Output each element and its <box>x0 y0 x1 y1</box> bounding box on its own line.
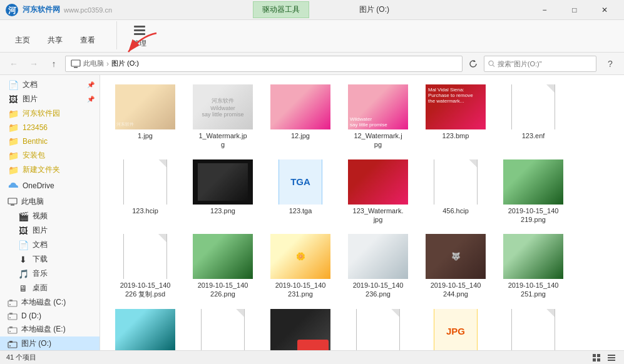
svg-point-18 <box>9 317 11 318</box>
search-box[interactable] <box>484 56 596 72</box>
sidebar-label-install: 安装包 <box>23 150 45 161</box>
file-item-20191015-226psd[interactable]: 2019-10-15_140226 复制.psd <box>108 230 183 302</box>
sidebar-item-pic[interactable]: 🖼 图片 <box>0 223 100 238</box>
thumb-123wm <box>348 159 408 205</box>
file-item-123enf[interactable]: 123.enf <box>496 80 571 153</box>
file-item-generic2[interactable] <box>496 305 571 350</box>
maximize-button[interactable]: □ <box>560 0 589 20</box>
sidebar-item-drive-o[interactable]: 图片 (O:) <box>0 336 100 350</box>
file-item-12jpg[interactable]: 12.jpg <box>263 80 338 153</box>
svg-point-24 <box>9 345 11 346</box>
sidebar-item-music[interactable]: 🎵 音乐 <box>0 266 100 281</box>
sidebar-item-benthic[interactable]: 📁 Benthic <box>0 134 100 148</box>
file-name-12jpg: 12.jpg <box>291 131 310 140</box>
file-name-123wm: 123_Watermark.jpg <box>353 206 404 225</box>
file-item-1jpg[interactable]: 河东软件 1.jpg <box>108 80 183 153</box>
refresh-button[interactable] <box>465 56 481 72</box>
tab-view[interactable]: 查看 <box>71 33 104 48</box>
folder-install-icon: 📁 <box>8 151 19 161</box>
sidebar-item-123456[interactable]: 📁 123456 <box>0 121 100 134</box>
title-bar: 河 河东软件网 www.pc0359.cn 驱动器工具 图片 (O:) − □ … <box>0 0 624 20</box>
breadcrumb-computer[interactable]: 此电脑 <box>83 59 104 68</box>
file-item-123wm[interactable]: 123_Watermark.jpg <box>340 155 416 228</box>
file-item-20191015-251[interactable]: 2019-10-15_140251.png <box>496 230 571 302</box>
thumb-123hcip <box>115 159 175 205</box>
file-item-20191015-255[interactable]: 2019-10-15_140255.png <box>108 305 183 350</box>
file-item-generic1[interactable] <box>340 305 416 350</box>
manage-button[interactable]: 管理 <box>127 21 152 49</box>
file-name-123enf: 123.enf <box>522 131 545 140</box>
file-grid: 河东软件 1.jpg 河东软件Wildwatersay little promi… <box>108 80 616 350</box>
minimize-button[interactable]: − <box>530 0 559 20</box>
file-item-456hcip[interactable]: 456.hcip <box>418 155 493 228</box>
sidebar-item-install[interactable]: 📁 安装包 <box>0 148 100 163</box>
help-button[interactable]: ? <box>601 56 619 72</box>
file-item-20191015-301png[interactable]: 2019-10-15_140301.png <box>263 305 338 350</box>
svg-rect-22 <box>8 342 17 348</box>
breadcrumb-current[interactable]: 图片 (O:) <box>111 59 139 68</box>
desktop-icon: 🖥 <box>18 283 29 293</box>
file-item-20191015-236[interactable]: 2019-10-15_140236.png <box>340 230 416 302</box>
sidebar: 📄 文档 📌 🖼 图片 📌 📁 河东软件园 📁 123456 📁 Benthic… <box>0 75 100 350</box>
sidebar-label-hedong: 河东软件园 <box>23 108 60 119</box>
file-item-12wm[interactable]: Wildwatersay little promise 12_Watermark… <box>340 80 416 153</box>
file-item-123hcip[interactable]: 123.hcip <box>108 155 183 228</box>
sidebar-item-video[interactable]: 🎬 视频 <box>0 209 100 223</box>
tab-home[interactable]: 主页 <box>6 33 39 48</box>
address-toolbar: ← → ↑ 此电脑 › 图片 (O:) <box>0 53 624 75</box>
svg-point-9 <box>489 61 493 65</box>
sidebar-label-benthic: Benthic <box>23 137 48 146</box>
sidebar-item-hedong[interactable]: 📁 河东软件园 <box>0 106 100 121</box>
sidebar-item-download[interactable]: ⬇ 下载 <box>0 252 100 266</box>
main-layout: 📄 文档 📌 🖼 图片 📌 📁 河东软件园 📁 123456 📁 Benthic… <box>0 75 624 350</box>
sidebar-item-doc[interactable]: 📄 文档 <box>0 238 100 252</box>
thumb-generic2 <box>503 309 563 350</box>
file-item-123png[interactable]: 123.png <box>185 155 260 228</box>
file-item-jpg-icon[interactable]: JPG <box>418 305 493 350</box>
sidebar-item-newfolder[interactable]: 📁 新建文件夹 <box>0 163 100 177</box>
svg-rect-4 <box>134 33 145 35</box>
thumb-12jpg <box>270 84 330 129</box>
file-item-1wm[interactable]: 河东软件Wildwatersay little promise 1_Waterm… <box>185 80 260 153</box>
file-item-20191015-219[interactable]: 2019-10-15_140219.png <box>496 155 571 228</box>
file-item-20191015-231[interactable]: 🌼 2019-10-15_140231.png <box>263 230 338 302</box>
file-item-123tga[interactable]: TGA 123.tga <box>263 155 338 228</box>
large-icons-view-button[interactable] <box>590 352 603 363</box>
file-item-20191015-226png[interactable]: 2019-10-15_140226.png <box>185 230 260 302</box>
file-item-20191015-244[interactable]: 🐺 2019-10-15_140244.png <box>418 230 493 302</box>
sidebar-item-drive-e[interactable]: 本地磁盘 (E:) <box>0 322 100 336</box>
search-input[interactable] <box>498 60 592 68</box>
back-button[interactable]: ← <box>5 56 23 72</box>
svg-rect-6 <box>74 67 78 68</box>
thumb-123png <box>193 159 253 205</box>
details-view-button[interactable] <box>605 352 618 363</box>
pic-icon: 🖼 <box>18 226 29 236</box>
tab-driver-tools[interactable]: 驱动器工具 <box>253 1 309 18</box>
tab-share[interactable]: 共享 <box>39 33 71 48</box>
sidebar-item-drive-c[interactable]: 本地磁盘 (C:) <box>0 295 100 310</box>
sidebar-item-pictures[interactable]: 🖼 图片 📌 <box>0 92 100 106</box>
file-item-123bmp[interactable]: Mal Vidal Siena:Purchase to removethe wa… <box>418 80 493 153</box>
sidebar-item-computer[interactable]: 此电脑 <box>0 195 100 209</box>
address-bar[interactable]: 此电脑 › 图片 (O:) <box>65 56 463 72</box>
svg-rect-12 <box>11 205 14 206</box>
forward-button[interactable]: → <box>25 56 43 72</box>
sidebar-item-documents[interactable]: 📄 文档 📌 <box>0 78 100 92</box>
svg-rect-20 <box>9 326 13 328</box>
file-item-20191015-301on1[interactable]: 2019-10-15_140301.on1 <box>185 305 260 350</box>
file-name-244: 2019-10-15_140244.png <box>431 281 481 299</box>
app-logo-icon: 河 <box>5 3 19 17</box>
title-bar-left: 河 河东软件网 www.pc0359.cn <box>5 3 112 17</box>
thumb-236 <box>348 234 408 279</box>
pin-icon: 📌 <box>87 81 95 88</box>
music-icon: 🎵 <box>18 269 29 279</box>
sidebar-item-onedrive[interactable]: OneDrive <box>0 179 100 192</box>
sidebar-item-drive-d[interactable]: D (D:) <box>0 310 100 322</box>
sidebar-item-desktop[interactable]: 🖥 桌面 <box>0 281 100 295</box>
close-button[interactable]: ✕ <box>590 0 619 20</box>
file-name-123hcip: 123.hcip <box>132 206 158 215</box>
manage-icon <box>132 23 147 38</box>
up-button[interactable]: ↑ <box>45 56 63 72</box>
svg-point-21 <box>9 331 11 332</box>
pictures-icon: 🖼 <box>8 94 19 104</box>
